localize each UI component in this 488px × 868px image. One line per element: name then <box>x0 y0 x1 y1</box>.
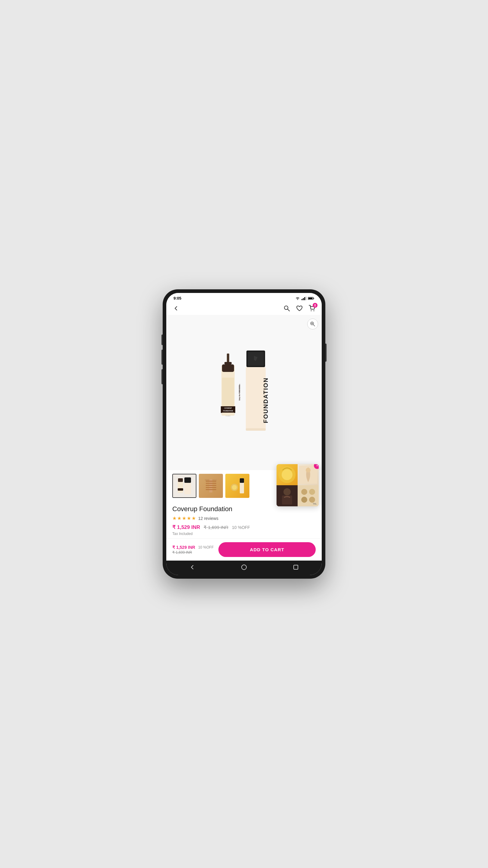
gallery-grid <box>276 464 319 506</box>
volume-down-button <box>161 350 163 365</box>
back-button[interactable] <box>172 305 180 312</box>
svg-rect-43 <box>206 487 216 488</box>
svg-rect-4 <box>306 297 307 300</box>
silent-button <box>161 369 163 384</box>
product-image: Daily life FOREVER52 PROFESSIONAL COVERU… <box>199 350 289 435</box>
rating-row: ★ ★ ★ ★ ★ 12 reviews <box>172 516 316 521</box>
android-home-button[interactable] <box>240 564 248 571</box>
svg-rect-41 <box>206 483 216 484</box>
power-button <box>325 344 327 362</box>
svg-point-10 <box>311 310 312 311</box>
svg-rect-37 <box>184 477 191 483</box>
svg-point-54 <box>284 488 291 495</box>
svg-rect-34 <box>178 478 183 482</box>
thumbnail-2[interactable] <box>199 474 223 498</box>
svg-rect-19 <box>222 364 234 372</box>
floating-gallery: × <box>276 464 319 506</box>
cart-badge: 0 <box>313 303 318 308</box>
android-nav-bar <box>166 561 322 575</box>
review-count: 12 reviews <box>198 516 218 521</box>
status-time: 9:05 <box>173 296 181 301</box>
svg-rect-6 <box>314 298 314 299</box>
thumbnail-strip: × <box>166 470 322 501</box>
svg-line-13 <box>313 324 315 326</box>
star-3: ★ <box>182 516 186 521</box>
tax-note: Tax Included <box>172 532 316 536</box>
svg-line-9 <box>288 309 290 311</box>
svg-rect-17 <box>224 362 232 364</box>
phone-screen: 9:05 <box>166 293 322 575</box>
bottom-price-block: ₹ 1,529 INR 10 %OFF ₹ 1,699 INR <box>172 545 214 555</box>
top-nav: 0 <box>166 302 322 315</box>
wifi-icon <box>295 297 300 300</box>
svg-rect-2 <box>303 298 304 300</box>
svg-point-52 <box>306 468 311 472</box>
star-1: ★ <box>172 516 176 521</box>
svg-rect-3 <box>304 297 305 300</box>
price-current: ₹ 1,529 INR <box>172 524 200 530</box>
status-bar: 9:05 <box>166 293 322 302</box>
star-4: ★ <box>187 516 191 521</box>
star-2: ★ <box>177 516 181 521</box>
svg-text:PROFESSIONAL: PROFESSIONAL <box>239 383 240 393</box>
bottom-discount: 10 %OFF <box>198 545 214 550</box>
android-back-button[interactable] <box>189 564 196 571</box>
battery-icon <box>308 297 315 300</box>
svg-rect-48 <box>240 478 244 483</box>
android-recents-button[interactable] <box>292 564 299 571</box>
status-icons <box>295 297 315 300</box>
signal-icon <box>301 297 306 300</box>
svg-point-61 <box>241 565 247 569</box>
svg-rect-35 <box>178 488 183 491</box>
search-button[interactable] <box>283 305 290 312</box>
zoom-button[interactable] <box>307 318 318 330</box>
svg-point-59 <box>301 497 307 503</box>
add-to-cart-button[interactable]: ADD TO CART <box>218 542 316 557</box>
product-details: Coverup Foundation ★ ★ ★ ★ ★ 12 reviews … <box>166 501 322 538</box>
svg-point-60 <box>309 497 315 503</box>
star-rating: ★ ★ ★ ★ ★ <box>172 516 196 521</box>
svg-rect-1 <box>301 299 302 300</box>
svg-rect-44 <box>206 489 216 490</box>
product-image-area: Daily life FOREVER52 PROFESSIONAL COVERU… <box>166 315 322 470</box>
gallery-label: TAL <box>313 502 317 505</box>
gallery-cell-3 <box>276 485 298 506</box>
svg-text:FOUNDATION: FOUNDATION <box>262 377 269 423</box>
cart-button[interactable]: 0 <box>308 305 316 312</box>
gallery-cell-1 <box>276 464 298 485</box>
svg-point-8 <box>284 306 288 310</box>
svg-text:FOUNDATION: FOUNDATION <box>223 410 233 412</box>
bottom-bar: ₹ 1,529 INR 10 %OFF ₹ 1,699 INR ADD TO C… <box>166 538 322 561</box>
thumbnail-3[interactable] <box>225 474 250 498</box>
svg-point-11 <box>314 310 315 311</box>
bottom-price-current: ₹ 1,529 INR <box>172 545 195 550</box>
phone-frame: 9:05 <box>163 289 325 579</box>
svg-point-46 <box>232 485 237 490</box>
discount-badge: 10 %OFF <box>232 525 250 530</box>
nav-icons-right: 0 <box>283 305 316 312</box>
volume-up-button <box>161 335 163 345</box>
svg-rect-27 <box>221 412 235 415</box>
svg-rect-40 <box>206 481 216 482</box>
bottom-price-original: ₹ 1,699 INR <box>172 550 214 555</box>
price-original: ₹ 1,699 INR <box>204 525 228 530</box>
svg-rect-32 <box>246 428 266 431</box>
svg-rect-20 <box>222 378 234 408</box>
svg-rect-42 <box>206 485 216 486</box>
svg-point-58 <box>309 489 315 495</box>
svg-point-50 <box>282 469 293 480</box>
wishlist-button[interactable] <box>296 305 303 312</box>
star-5: ★ <box>192 516 196 521</box>
svg-rect-16 <box>227 353 229 363</box>
price-row: ₹ 1,529 INR ₹ 1,699 INR 10 %OFF <box>172 524 316 530</box>
svg-rect-62 <box>294 565 298 569</box>
svg-point-57 <box>301 489 307 495</box>
thumbnail-1[interactable] <box>172 474 196 498</box>
svg-point-0 <box>297 299 298 300</box>
svg-text:COVERUP: COVERUP <box>224 407 232 409</box>
svg-rect-7 <box>308 298 313 299</box>
